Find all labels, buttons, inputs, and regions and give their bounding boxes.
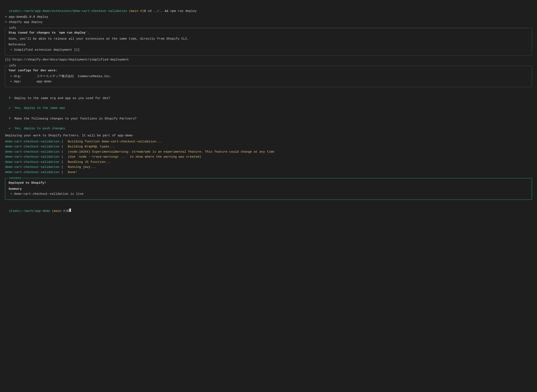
build-label-2: demo-cart-checkout-validation [5,150,59,154]
build-pipe-2: | [59,150,65,154]
success-bold-line: Deployed to Shopify! [9,181,528,186]
done-row: demo-cart-checkout-validation | Done! [5,170,532,175]
build-msg-4: Bundling JS function... [66,160,111,165]
npm-deploy-line2: > shopify app deploy [5,20,532,25]
info-bullet-1: • Simplified extension deployment [1] [9,48,528,52]
prompt-user-path: itseki [9,9,20,13]
build-pipe-5: | [59,165,65,170]
build-row-1: demo-cart-checkout-validation | Building… [5,145,532,149]
done-msg: Done! [66,170,77,175]
build-pipe-0: | [59,140,65,144]
build-label-5: demo-cart-checkout-validation [5,165,59,170]
npm-deploy-line1: > app-demo@1.0.0 deploy [5,15,532,20]
success-box: success Deployed to Shopify! Summary • d… [5,178,532,200]
info-bold-line-1: Stay tuned for changes to `npm run deplo… [9,31,528,35]
build-msg-3: (Use `node --trace-warnings ...` to show… [66,155,201,159]
build-row-3: demo-cart-checkout-validation | (Use `no… [5,155,532,159]
prompt-branch: (main #) [129,9,144,13]
question-2: ? Make the following changes to your fun… [5,112,532,121]
build-row-0: demo-cart-checkout-validation | Building… [5,140,532,144]
info-box-2: info Your configs for dev were: • Org: コ… [5,66,532,87]
info-reference-label: Reference [9,42,528,47]
deploy-message: Deploying your work to Shopify Partners.… [5,133,532,138]
build-msg-1: Building GraphQL types... [66,145,115,149]
build-pipe-4: | [59,160,65,165]
info-org-line: • Org: コマースメディア株式会社 CommerceMedia.Inc. [9,74,528,79]
answer-1: ✔ Yes, deploy in the same way [5,101,532,111]
footnote: [1] https://shopify.dev/docs/apps/deploy… [5,58,532,62]
build-msg-5: Running javy... [66,165,96,170]
prompt-colon: : [20,9,22,13]
info-bold-line-2: Your configs for dev were: [9,68,528,73]
prompt-path: ~/work/app-demo/extensions/demo-cart-che… [22,9,127,13]
terminal-cursor [69,209,71,212]
success-bullet: • demo-cart-checkout-validation is live [9,192,528,197]
answer-2: ✔ Yes, deploy to push changes [5,121,532,131]
prompt2-user: itseki [9,209,20,213]
info-label-2: info [8,64,17,68]
build-pipe-3: | [59,155,65,159]
prompt2-path: ~/work/app-demo [22,209,50,213]
prompt2-symbol: $ [67,209,69,213]
done-label: demo-cart-checkout-validation [5,170,59,175]
info-body-line-1: Soon, you'll be able to release all your… [9,37,528,42]
prompt2-branch: (main #) [52,209,67,213]
prompt-line-2: itseki:~/work/app-demo (main #)$ [5,204,532,214]
success-summary-label: Summary [9,187,528,192]
info-label-1: info [8,26,17,30]
build-label-4: demo-cart-checkout-validation [5,160,59,165]
build-label-3: demo-cart-checkout-validation [5,155,59,159]
info-box-1: info Stay tuned for changes to `npm run … [5,28,532,56]
build-row-2: demo-cart-checkout-validation | (node:10… [5,150,532,154]
prompt-command: $ cd ../.. && npm run deploy [144,9,197,13]
build-rows-container: demo-cart-checkout-validation | Building… [5,140,532,170]
build-row-4: demo-cart-checkout-validation | Bundling… [5,160,532,165]
build-label-1: demo-cart-checkout-validation [5,145,59,149]
info-app-line: • App: app-demo [9,79,528,84]
build-label-0: demo-cart-checkout-validation [5,140,59,144]
question-1: ? Deploy to the same org and app as you … [5,91,532,101]
done-pipe: | [59,170,65,175]
build-pipe-1: | [59,145,65,149]
prompt-line-1: itseki:~/work/app-demo/extensions/demo-c… [5,4,532,14]
build-msg-2: (node:10264) ExperimentalWarning: stream… [66,150,274,154]
build-msg-0: Building function demo-cart-checkout-val… [66,140,162,144]
build-row-5: demo-cart-checkout-validation | Running … [5,165,532,170]
success-label: success [8,176,23,180]
